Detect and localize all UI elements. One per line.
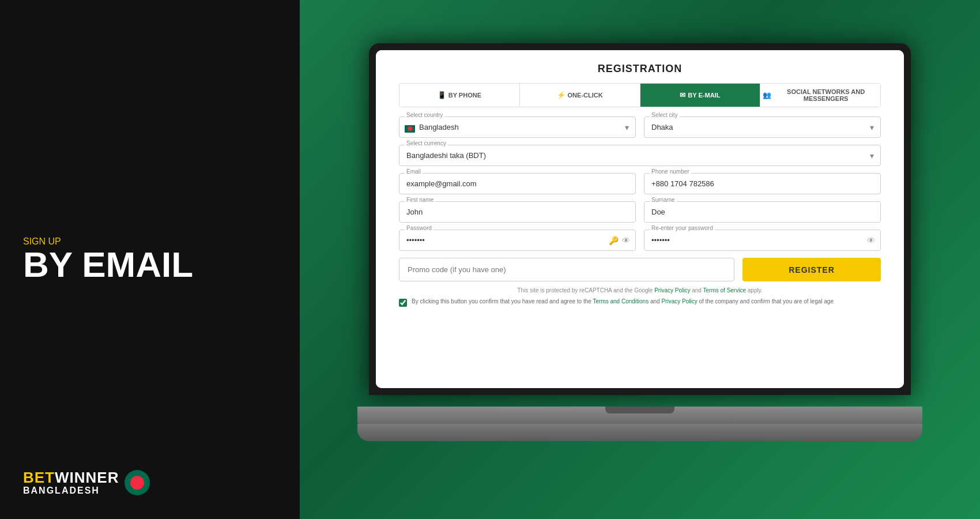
screen-inner: REGISTRATION 📱 BY PHONE ⚡ ONE-CLICK ✉ xyxy=(376,50,904,388)
flag-red-dot xyxy=(130,476,144,490)
terms-text: By clicking this button you confirm that… xyxy=(412,298,834,304)
currency-select-wrapper: Bangladeshi taka (BDT) xyxy=(399,145,881,166)
city-label: Select city xyxy=(650,112,680,118)
country-group: Select country Bangladesh xyxy=(399,116,636,138)
registration-tabs: 📱 BY PHONE ⚡ ONE-CLICK ✉ BY E-MAIL 👥 xyxy=(399,83,881,107)
currency-row: Select currency Bangladeshi taka (BDT) xyxy=(399,145,881,166)
city-select[interactable]: Dhaka xyxy=(644,116,881,138)
sign-up-text: SIGN UP BY EMAIL xyxy=(23,236,193,283)
email-group: Email xyxy=(399,173,636,194)
re-password-wrapper: 👁 xyxy=(644,230,881,251)
terms-of-service-link[interactable]: Terms of Service xyxy=(703,287,746,294)
email-input[interactable] xyxy=(399,173,636,194)
laptop-screen: REGISTRATION 📱 BY PHONE ⚡ ONE-CLICK ✉ xyxy=(369,43,911,395)
privacy-policy-link[interactable]: Privacy Policy xyxy=(654,287,690,294)
laptop-notch xyxy=(605,407,674,413)
laptop: REGISTRATION 📱 BY PHONE ⚡ ONE-CLICK ✉ xyxy=(357,43,922,476)
email-label: Email xyxy=(405,168,423,175)
privacy-policy2-link[interactable]: Privacy Policy xyxy=(661,298,697,304)
surname-input[interactable] xyxy=(644,201,881,223)
tab-by-phone-label: BY PHONE xyxy=(448,92,481,99)
re-password-label: Re-enter your password xyxy=(650,225,715,231)
phone-input[interactable] xyxy=(644,173,881,194)
password-label: Password xyxy=(405,225,434,231)
logo-bangladesh: BANGLADESH xyxy=(23,486,119,496)
phone-label: Phone number xyxy=(650,168,691,175)
registration-form: REGISTRATION 📱 BY PHONE ⚡ ONE-CLICK ✉ xyxy=(376,50,904,388)
eye-icon[interactable]: 👁 xyxy=(622,236,630,245)
recaptcha-notice: This site is protected by reCAPTCHA and … xyxy=(399,287,881,294)
phone-icon: 📱 xyxy=(438,91,446,99)
firstname-input[interactable] xyxy=(399,201,636,223)
form-title: REGISTRATION xyxy=(399,63,881,75)
city-select-wrapper: Dhaka xyxy=(644,116,881,138)
surname-label: Surname xyxy=(650,197,677,203)
laptop-foot xyxy=(357,424,922,441)
city-group: Select city Dhaka xyxy=(644,116,881,138)
terms-row: By clicking this button you confirm that… xyxy=(399,298,881,307)
country-flag xyxy=(405,123,415,131)
bangladesh-flag-circle xyxy=(125,470,150,495)
lightning-icon: ⚡ xyxy=(557,91,566,99)
email-phone-row: Email Phone number xyxy=(399,173,881,194)
tab-by-phone[interactable]: 📱 BY PHONE xyxy=(399,84,520,107)
country-label: Select country xyxy=(405,112,444,118)
password-wrapper: 🔑 👁 xyxy=(399,230,636,251)
re-eye-icon[interactable]: 👁 xyxy=(867,236,875,245)
logo-text: BETWINNER BANGLADESH xyxy=(23,469,119,496)
terms-conditions-link[interactable]: Terms and Conditions xyxy=(593,298,649,304)
country-city-row: Select country Bangladesh xyxy=(399,116,881,138)
promo-register-row: REGISTER xyxy=(399,258,881,281)
tab-by-email[interactable]: ✉ BY E-MAIL xyxy=(640,84,761,107)
sign-up-line2: BY EMAIL xyxy=(23,247,193,283)
tab-social-label: SOCIAL NETWORKS AND MESSENGERS xyxy=(774,88,878,102)
promo-input[interactable] xyxy=(399,258,734,281)
name-row: First name Surname xyxy=(399,201,881,223)
password-group: Password 🔑 👁 xyxy=(399,230,636,251)
bd-flag-icon xyxy=(405,125,415,133)
logo-area: BETWINNER BANGLADESH xyxy=(23,469,150,496)
terms-checkbox[interactable] xyxy=(399,299,407,307)
logo-winner: WINNER xyxy=(55,469,119,486)
key-icon[interactable]: 🔑 xyxy=(609,236,619,245)
password-icons: 🔑 👁 xyxy=(609,236,630,245)
firstname-label: First name xyxy=(405,197,435,203)
currency-group: Select currency Bangladeshi taka (BDT) xyxy=(399,145,881,166)
logo-bet: BET xyxy=(23,469,55,486)
left-panel: SIGN UP BY EMAIL BETWINNER BANGLADESH xyxy=(0,0,300,519)
logo-betwinner: BETWINNER xyxy=(23,469,119,486)
re-password-input[interactable] xyxy=(644,230,881,251)
laptop-base xyxy=(357,407,922,424)
re-password-icons: 👁 xyxy=(867,236,875,245)
currency-select[interactable]: Bangladeshi taka (BDT) xyxy=(399,145,881,166)
surname-group: Surname xyxy=(644,201,881,223)
currency-label: Select currency xyxy=(405,140,448,146)
tab-social[interactable]: 👥 SOCIAL NETWORKS AND MESSENGERS xyxy=(760,84,880,107)
email-icon: ✉ xyxy=(680,91,685,99)
social-icon: 👥 xyxy=(763,91,771,99)
country-select[interactable]: Bangladesh xyxy=(399,116,636,138)
country-select-wrapper: Bangladesh xyxy=(399,116,636,138)
password-input[interactable] xyxy=(399,230,636,251)
right-panel: REGISTRATION 📱 BY PHONE ⚡ ONE-CLICK ✉ xyxy=(300,0,980,519)
phone-group: Phone number xyxy=(644,173,881,194)
tab-one-click[interactable]: ⚡ ONE-CLICK xyxy=(520,84,640,107)
firstname-group: First name xyxy=(399,201,636,223)
register-button[interactable]: REGISTER xyxy=(742,258,881,281)
re-password-group: Re-enter your password 👁 xyxy=(644,230,881,251)
tab-by-email-label: BY E-MAIL xyxy=(688,92,720,99)
tab-one-click-label: ONE-CLICK xyxy=(568,92,603,99)
password-row: Password 🔑 👁 Re-enter your password xyxy=(399,230,881,251)
